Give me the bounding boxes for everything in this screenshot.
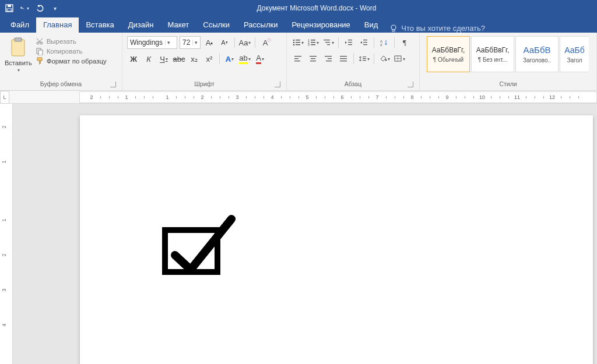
svg-rect-15 [296,42,300,43]
svg-rect-4 [392,30,395,31]
style-no-spacing[interactable]: АаБбВвГг,¶ Без инт... [471,36,514,72]
svg-rect-29 [348,44,352,45]
qat-customize-icon[interactable]: ▾ [50,3,59,13]
clipboard-icon [9,37,27,58]
tab-insert[interactable]: Вставка [79,17,121,33]
separator [234,37,235,48]
tell-me[interactable]: Что вы хотите сделать? [385,24,485,33]
dialog-launcher-icon[interactable] [275,82,280,87]
svg-rect-31 [363,42,367,43]
highlight-button[interactable]: ab▾ [238,52,251,65]
tab-references[interactable]: Ссылки [196,17,237,33]
svg-point-12 [293,40,294,41]
tab-home[interactable]: Главная [36,17,79,33]
show-marks-button[interactable]: ¶ [398,36,411,49]
sort-button[interactable]: AZ [378,36,391,49]
dialog-launcher-icon[interactable] [408,82,413,87]
style-heading2[interactable]: АаБбЗагол [560,36,589,72]
horizontal-ruler[interactable]: L 21123456789101112 [0,91,597,104]
svg-rect-25 [325,42,330,43]
subscript-button[interactable]: x₂ [188,52,201,65]
numbering-button[interactable]: 123▾ [307,36,319,49]
font-color-button[interactable]: A▾ [254,52,266,65]
shrink-font-button[interactable]: A▾ [218,36,231,49]
tab-review[interactable]: Рецензирование [285,17,357,33]
svg-text:Z: Z [380,43,382,46]
italic-button[interactable]: К [142,52,155,65]
document-content[interactable] [159,214,234,278]
style-heading1[interactable]: АаБбВЗаголово.. [515,36,559,72]
vertical-ruler[interactable]: 211234 [0,104,13,364]
svg-rect-21 [311,42,315,43]
style-sample: АаБб [564,45,585,55]
align-center-button[interactable] [307,52,319,65]
style-name: ¶ Обычный [433,56,463,63]
svg-rect-44 [340,56,347,56]
tab-selector[interactable]: L [0,91,9,104]
svg-rect-46 [340,61,347,61]
bullets-icon [293,39,301,46]
tab-file[interactable]: Файл [3,17,36,33]
align-left-icon [294,55,302,62]
document-area[interactable] [13,104,597,364]
redo-icon[interactable] [35,3,44,13]
paste-button[interactable]: Вставить ▾ [5,35,32,73]
cut-label: Вырезать [47,38,76,45]
svg-rect-48 [363,58,366,59]
align-right-button[interactable] [322,52,335,65]
font-name-combo[interactable]: Wingdings▾ [127,36,177,49]
ribbon: Вставить ▾ Вырезать Копировать Формат по… [0,33,597,91]
font-size-combo[interactable]: 72▾ [180,36,201,49]
outdent-icon [345,39,353,46]
save-icon[interactable] [5,3,14,13]
style-normal[interactable]: АаБбВвГг,¶ Обычный [427,36,470,72]
undo-icon[interactable]: ▾ [20,3,29,13]
cut-button[interactable]: Вырезать [36,37,107,45]
separator [394,37,395,48]
tab-design[interactable]: Дизайн [121,17,161,33]
bold-button[interactable]: Ж [127,52,140,65]
strikethrough-button[interactable]: abc [173,52,185,65]
borders-button[interactable]: ▾ [393,52,406,65]
copy-icon [36,47,44,55]
superscript-button[interactable]: x² [203,52,216,65]
decrease-indent-button[interactable] [342,36,355,49]
svg-rect-30 [363,40,367,40]
underline-button[interactable]: Ч▾ [157,52,170,65]
bullets-button[interactable]: ▾ [292,36,304,49]
dialog-launcher-icon[interactable] [110,82,116,87]
shading-button[interactable]: ▾ [378,52,391,65]
group-paragraph-label: Абзац [292,79,415,89]
lightbulb-icon [389,24,398,33]
svg-rect-24 [324,40,330,40]
separator [255,37,255,48]
svg-text:3: 3 [308,43,310,46]
group-font: Wingdings▾ 72▾ A▴ A▾ Aa▾ A◇ Ж К Ч▾ abc x… [122,33,287,90]
style-sample: АаБбВвГг, [476,46,510,54]
justify-button[interactable] [337,52,350,65]
copy-button[interactable]: Копировать [36,47,107,55]
group-styles: АаБбВвГг,¶ Обычный АаБбВвГг,¶ Без инт...… [420,33,597,90]
grow-font-button[interactable]: A▴ [203,36,216,49]
align-left-button[interactable] [292,52,304,65]
tab-mailings[interactable]: Рассылки [237,17,285,33]
style-sample: АаБбВ [524,45,551,55]
chevron-down-icon: ▾ [165,40,170,45]
format-painter-label: Формат по образцу [47,58,107,65]
svg-rect-41 [325,56,332,56]
tab-layout[interactable]: Макет [160,17,196,33]
change-case-button[interactable]: Aa▾ [238,36,251,49]
svg-rect-26 [327,44,330,45]
svg-rect-10 [38,50,43,55]
clear-formatting-button[interactable]: A◇ [259,36,272,49]
multilevel-list-button[interactable]: ▾ [322,36,335,49]
line-spacing-button[interactable]: ▾ [357,52,370,65]
svg-point-16 [293,44,294,46]
increase-indent-button[interactable] [357,36,370,49]
svg-rect-35 [294,56,301,56]
text-effects-button[interactable]: A▾ [223,52,236,65]
page[interactable] [80,115,593,364]
paste-label: Вставить [5,59,32,66]
tab-view[interactable]: Вид [357,17,385,33]
format-painter-button[interactable]: Формат по образцу [36,57,107,65]
